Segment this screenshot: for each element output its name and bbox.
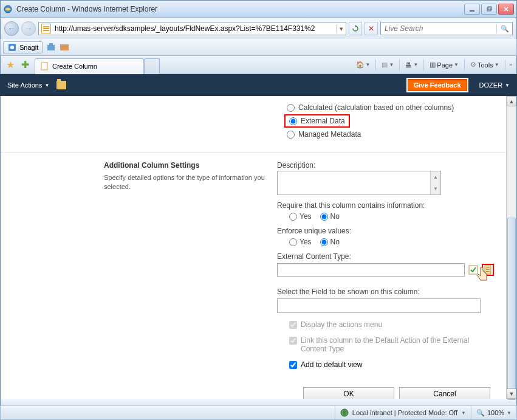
close-button[interactable] [498, 4, 514, 15]
favorites-star-icon[interactable]: ★ [3, 58, 18, 72]
link-default-checkbox-row: Link this column to the Default Action o… [289, 336, 494, 353]
zone-icon [340, 408, 349, 417]
svg-rect-13 [486, 269, 490, 270]
minimize-button[interactable] [464, 4, 480, 15]
zone-dropdown-icon[interactable]: ▼ [461, 410, 466, 416]
select-field-dropdown[interactable] [277, 298, 481, 313]
select-field-label: Select the Field to be shown on this col… [277, 287, 494, 296]
gear-icon: ⚙ [470, 61, 476, 69]
type-managed-radio[interactable] [287, 131, 295, 139]
snagit-button[interactable]: Snagit [3, 41, 43, 53]
add-default-view-checkbox[interactable] [289, 361, 297, 369]
type-calculated-option[interactable]: Calculated (calculation based on other c… [287, 103, 494, 112]
require-yes-radio[interactable] [289, 213, 297, 221]
zoom-icon[interactable]: 🔍 [476, 409, 485, 417]
check-entity-button[interactable] [467, 264, 479, 276]
section-title: Additional Column Settings [104, 161, 265, 170]
ect-label: External Content Type: [277, 252, 494, 261]
link-default-checkbox [289, 337, 297, 345]
url-dropdown[interactable]: ▾ [336, 25, 346, 33]
scroll-thumb[interactable] [507, 218, 516, 400]
snagit-tool-2-icon[interactable] [60, 43, 69, 52]
page-label: Page [437, 61, 453, 69]
type-managed-option[interactable]: Managed Metadata [287, 130, 494, 139]
home-button[interactable]: 🏠▼ [353, 58, 374, 72]
scroll-down-button[interactable]: ▼ [507, 388, 516, 399]
type-external-option[interactable]: External Data [284, 114, 350, 128]
restore-button[interactable] [481, 4, 497, 15]
enforce-yes-option[interactable]: Yes [289, 238, 312, 246]
browse-entity-button[interactable] [482, 264, 494, 276]
enforce-no-option[interactable]: No [320, 238, 340, 246]
require-no-radio[interactable] [320, 213, 328, 221]
tools-label: Tools [478, 61, 493, 69]
tab-label: Create Column [52, 63, 97, 70]
type-managed-label: Managed Metadata [298, 130, 361, 139]
ok-button[interactable]: OK [303, 387, 394, 399]
scroll-down-icon[interactable]: ▼ [431, 183, 440, 195]
page-icon [41, 24, 51, 33]
require-yes-option[interactable]: Yes [289, 212, 312, 221]
add-favorite-icon[interactable]: ✚ [18, 58, 32, 72]
status-bar: Local intranet | Protected Mode: Off ▼ 🔍… [0, 405, 517, 420]
feeds-button[interactable]: ▤▼ [378, 58, 397, 72]
svg-rect-8 [60, 44, 69, 50]
require-no-option[interactable]: No [320, 212, 340, 221]
zoom-dropdown-icon[interactable]: ▼ [507, 410, 512, 416]
link-default-label: Link this column to the Default Action o… [301, 336, 494, 353]
page-menu[interactable]: ▥Page▼ [426, 58, 462, 72]
site-actions-menu[interactable]: Site Actions ▼ [7, 81, 49, 89]
no-label: No [330, 238, 340, 246]
cancel-button[interactable]: Cancel [399, 387, 490, 399]
enforce-yes-radio[interactable] [289, 238, 297, 246]
bottom-spacer [0, 399, 517, 405]
yes-label: Yes [300, 212, 312, 221]
chevron-down-icon: ▼ [44, 83, 49, 88]
snagit-icon [7, 43, 17, 52]
type-external-label: External Data [301, 117, 345, 125]
chevron-button[interactable]: » [508, 58, 514, 72]
svg-rect-6 [47, 45, 55, 50]
forward-button[interactable]: → [21, 21, 36, 36]
snagit-tool-1-icon[interactable] [46, 43, 56, 52]
add-default-view-label: Add to default view [301, 360, 362, 369]
svg-rect-14 [486, 271, 490, 272]
snagit-label: Snagit [19, 44, 38, 51]
back-button[interactable]: ← [4, 21, 19, 36]
external-content-type-input[interactable] [277, 263, 465, 277]
scroll-up-icon[interactable]: ▲ [431, 171, 440, 183]
home-icon: 🏠 [356, 61, 365, 69]
tab-create-column[interactable]: Create Column [35, 58, 144, 74]
description-textarea[interactable]: ▲▼ [277, 171, 441, 195]
new-tab-button[interactable] [144, 58, 160, 74]
type-external-radio[interactable] [289, 117, 297, 125]
enforce-no-radio[interactable] [320, 238, 328, 246]
print-button[interactable]: 🖶▼ [402, 58, 421, 72]
browse-icon[interactable] [56, 81, 66, 89]
display-actions-label: Display the actions menu [301, 320, 382, 329]
svg-rect-7 [49, 43, 53, 46]
window-title: Create Column - Windows Internet Explore… [16, 5, 464, 13]
tools-menu[interactable]: ⚙Tools▼ [467, 58, 502, 72]
url-input[interactable] [53, 24, 336, 33]
refresh-button[interactable] [349, 22, 362, 35]
search-input[interactable] [381, 24, 496, 33]
give-feedback-button[interactable]: Give Feedback [406, 78, 468, 92]
address-bar[interactable]: ▾ [38, 22, 346, 35]
user-menu[interactable]: DOZER ▼ [479, 81, 510, 89]
vertical-scrollbar[interactable]: ▲ ▼ [506, 96, 516, 399]
add-default-view-checkbox-row[interactable]: Add to default view [289, 360, 494, 369]
display-actions-checkbox-row: Display the actions menu [289, 320, 494, 329]
security-zone-label: Local intranet | Protected Mode: Off [352, 409, 457, 416]
page-content: Calculated (calculation based on other c… [1, 96, 506, 399]
search-box[interactable]: 🔍 [380, 22, 513, 35]
rss-icon: ▤ [382, 61, 388, 69]
chevron-down-icon: ▼ [505, 83, 510, 88]
require-label: Require that this column contains inform… [277, 201, 494, 210]
search-icon[interactable]: 🔍 [496, 25, 512, 33]
stop-button[interactable]: ✕ [365, 22, 378, 35]
svg-point-5 [10, 46, 14, 49]
description-label: Description: [277, 161, 494, 170]
scroll-up-button[interactable]: ▲ [507, 96, 516, 106]
type-calculated-radio[interactable] [287, 104, 295, 112]
